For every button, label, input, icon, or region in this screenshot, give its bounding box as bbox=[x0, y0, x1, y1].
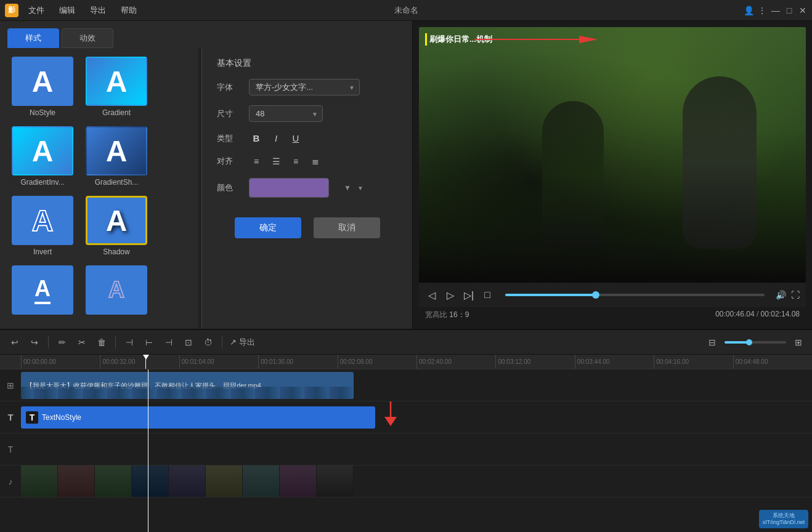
ruler-mark-6: 00:03:12.00 bbox=[495, 355, 574, 369]
play-button[interactable]: ▷ bbox=[444, 289, 457, 301]
video-track-content: 【我是大哥大】收获伊藤和京子的沙雕甜，不敢相信让人家摸头... 甜甜der.mp… bbox=[21, 369, 812, 401]
setting-size-row: 尺寸 48 bbox=[217, 105, 397, 122]
thumb-cell-7 bbox=[243, 465, 280, 497]
style-letter: A bbox=[106, 134, 128, 168]
preview-panel: 刷爆你日常...机制 ◁ ▷ ▷| □ 🔊 ⛶ bbox=[413, 21, 812, 329]
audio-track-row: ♪ bbox=[0, 465, 812, 498]
audio-track-label: ♪ bbox=[0, 477, 21, 486]
font-select[interactable]: 苹方-少女文字... bbox=[249, 79, 360, 95]
style-item-gradientinv[interactable]: A GradientInv... bbox=[9, 126, 76, 190]
align-justify-button[interactable]: ≣ bbox=[308, 155, 323, 168]
style-grid: A NoStyle A Gradient A GradientInv... bbox=[0, 48, 198, 329]
text-clip[interactable]: T TextNoStyle bbox=[21, 406, 375, 429]
underline-button[interactable]: U bbox=[288, 132, 303, 145]
volume-icon[interactable]: 🔊 bbox=[776, 290, 786, 300]
editor-inner: A NoStyle A Gradient A GradientInv... bbox=[0, 48, 412, 329]
split-button[interactable]: ⊢ bbox=[140, 334, 158, 351]
color-dropdown-icon[interactable]: ▼ bbox=[344, 183, 351, 192]
progress-fill bbox=[505, 294, 596, 296]
italic-button[interactable]: I bbox=[269, 132, 283, 145]
arrow-annotation bbox=[474, 32, 598, 47]
zoom-in-button[interactable]: ⊞ bbox=[791, 335, 806, 350]
video-track-label: ⊞ bbox=[0, 381, 21, 390]
menu-file[interactable]: 文件 bbox=[26, 4, 47, 17]
editor-tabs: 样式 动效 bbox=[0, 21, 412, 48]
align-left-button[interactable]: ≡ bbox=[249, 155, 264, 168]
ctrl-right: 🔊 ⛶ bbox=[776, 290, 800, 300]
watermark: 系统天地 xīTóngTiānDì.net bbox=[759, 510, 808, 528]
text-track-2-icon: T bbox=[8, 445, 14, 454]
export-icon: ↗ bbox=[230, 337, 237, 347]
close-button[interactable]: ✕ bbox=[798, 6, 807, 15]
tab-style[interactable]: 样式 bbox=[7, 28, 59, 48]
video-bg bbox=[419, 27, 806, 283]
style-letter: A bbox=[32, 134, 54, 168]
tab-animation[interactable]: 动效 bbox=[62, 28, 113, 48]
more-icon[interactable]: ⋮ bbox=[758, 6, 766, 15]
timeline-arrow bbox=[378, 401, 428, 426]
style-letter: A bbox=[108, 277, 124, 303]
time-sep: / bbox=[757, 310, 761, 318]
split-right-button[interactable]: ⊣ bbox=[160, 334, 177, 351]
style-letter: A bbox=[106, 204, 128, 238]
style-item-nostyle[interactable]: A NoStyle bbox=[9, 57, 76, 120]
progress-bar[interactable] bbox=[505, 294, 765, 296]
time-current: 00:00:46.04 bbox=[715, 310, 754, 318]
delete-button[interactable]: 🗑 bbox=[93, 334, 110, 351]
split-left-button[interactable]: ⊣ bbox=[121, 334, 138, 351]
menu-edit[interactable]: 编辑 bbox=[57, 4, 78, 17]
type-label: 类型 bbox=[217, 133, 242, 144]
ruler-mark-7: 00:03:44.00 bbox=[575, 355, 654, 369]
style-thumb-invert: A bbox=[12, 196, 73, 245]
style-item-partial2[interactable]: A bbox=[83, 265, 150, 320]
redo-button[interactable]: ↪ bbox=[26, 334, 43, 351]
fullscreen-icon[interactable]: ⛶ bbox=[791, 290, 800, 300]
style-thumb-nostyle: A bbox=[12, 57, 73, 106]
maximize-button[interactable]: □ bbox=[785, 6, 794, 15]
type-buttons: B I U bbox=[249, 132, 303, 145]
ruler-playhead bbox=[145, 355, 146, 369]
user-icon[interactable]: 👤 bbox=[744, 6, 753, 15]
menu-help[interactable]: 帮助 bbox=[118, 4, 139, 17]
text-track-row: T T TextNoStyle bbox=[0, 401, 812, 433]
style-item-partial1[interactable]: A bbox=[9, 265, 76, 320]
confirm-button[interactable]: 确定 bbox=[235, 217, 301, 238]
size-select[interactable]: 48 bbox=[249, 105, 323, 122]
crop-button[interactable]: ⊡ bbox=[180, 334, 197, 351]
menu-export[interactable]: 导出 bbox=[87, 4, 108, 17]
ratio-label: 宽高比 16：9 bbox=[425, 310, 469, 320]
pen-button[interactable]: ✏ bbox=[54, 334, 71, 351]
style-item-gradientsh[interactable]: A GradientSh... bbox=[83, 126, 150, 190]
thumb-cell-9 bbox=[317, 465, 354, 497]
video-clip[interactable]: 【我是大哥大】收获伊藤和京子的沙雕甜，不敢相信让人家摸头... 甜甜der.mp… bbox=[21, 372, 354, 399]
watermark-line2: xīTóngTiānDì.net bbox=[763, 519, 805, 526]
app-logo: 影 bbox=[5, 4, 18, 17]
align-right-button[interactable]: ≡ bbox=[288, 155, 303, 168]
stop-button[interactable]: □ bbox=[481, 289, 494, 300]
bold-button[interactable]: B bbox=[249, 132, 264, 145]
color-swatch[interactable] bbox=[249, 178, 329, 198]
thumb-track bbox=[21, 465, 354, 497]
thumb-cell-2 bbox=[58, 465, 95, 497]
figure-right bbox=[683, 76, 757, 249]
video-track-icon: ⊞ bbox=[7, 381, 14, 390]
zoom-slider[interactable] bbox=[725, 341, 786, 344]
step-back-button[interactable]: ◁ bbox=[425, 289, 439, 301]
cancel-button[interactable]: 取消 bbox=[314, 217, 380, 238]
style-item-shadow[interactable]: A Shadow bbox=[83, 196, 150, 259]
scissors-button[interactable]: ✂ bbox=[73, 334, 91, 351]
undo-button[interactable]: ↩ bbox=[6, 334, 23, 351]
menu-bar: 文件 编辑 导出 帮助 bbox=[26, 4, 139, 17]
step-forward-button[interactable]: ▷| bbox=[462, 289, 476, 301]
align-center-button[interactable]: ☰ bbox=[269, 155, 283, 168]
zoom-out-button[interactable]: ⊟ bbox=[705, 335, 720, 350]
minimize-button[interactable]: — bbox=[771, 6, 780, 15]
export-button[interactable]: ↗ 导出 bbox=[230, 337, 255, 348]
style-item-gradient[interactable]: A Gradient bbox=[83, 57, 150, 120]
clock-button[interactable]: ⏱ bbox=[200, 334, 217, 351]
font-label: 字体 bbox=[217, 82, 242, 93]
style-item-invert[interactable]: A Invert bbox=[9, 196, 76, 259]
video-preview: 刷爆你日常...机制 bbox=[419, 27, 806, 283]
thumb-cell-6 bbox=[206, 465, 243, 497]
color-picker-wrapper: ▼ bbox=[249, 178, 351, 198]
